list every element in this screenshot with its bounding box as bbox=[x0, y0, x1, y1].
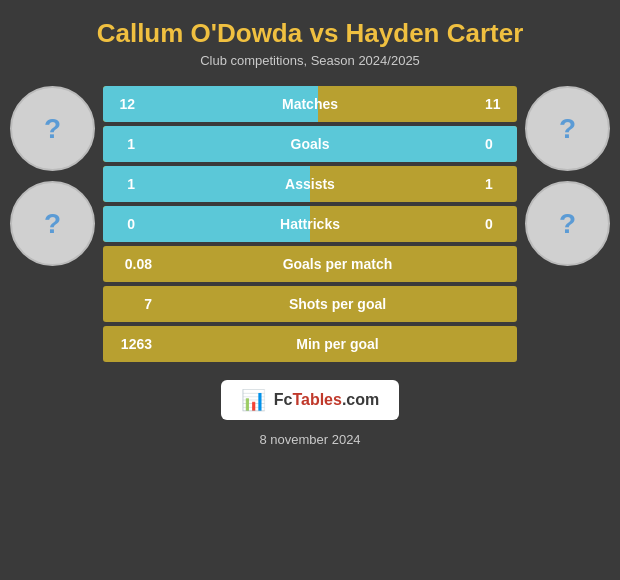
stat-right-val: 0 bbox=[479, 136, 517, 152]
stat-row-matches: 12Matches11 bbox=[103, 86, 517, 122]
stat-right-val: 1 bbox=[479, 176, 517, 192]
stat-label: Goals bbox=[141, 136, 479, 152]
stat-label: Matches bbox=[141, 96, 479, 112]
avatar-right-bottom: ? bbox=[525, 181, 610, 266]
stat-left-val: 12 bbox=[103, 96, 141, 112]
single-stat-left-val: 7 bbox=[103, 296, 158, 312]
avatar-left-bottom-icon: ? bbox=[44, 208, 61, 240]
stat-row-hattricks: 0Hattricks0 bbox=[103, 206, 517, 242]
date-text: 8 november 2024 bbox=[259, 432, 360, 447]
single-stat-label: Shots per goal bbox=[158, 296, 517, 312]
stat-right-val: 0 bbox=[479, 216, 517, 232]
stat-label: Assists bbox=[141, 176, 479, 192]
stat-left-val: 1 bbox=[103, 176, 141, 192]
page-title: Callum O'Dowda vs Hayden Carter bbox=[97, 18, 524, 49]
stat-row-assists: 1Assists1 bbox=[103, 166, 517, 202]
avatar-left-top: ? bbox=[10, 86, 95, 171]
page-container: Callum O'Dowda vs Hayden Carter Club com… bbox=[0, 0, 620, 580]
single-stat-left-val: 1263 bbox=[103, 336, 158, 352]
single-stat-label: Min per goal bbox=[158, 336, 517, 352]
fctables-badge: 📊 FcTables.com bbox=[221, 380, 400, 420]
avatar-left-top-icon: ? bbox=[44, 113, 61, 145]
avatar-right-top: ? bbox=[525, 86, 610, 171]
single-stat-left-val: 0.08 bbox=[103, 256, 158, 272]
single-stat-label: Goals per match bbox=[158, 256, 517, 272]
stat-left-val: 1 bbox=[103, 136, 141, 152]
avatar-left-bottom: ? bbox=[10, 181, 95, 266]
stat-label: Hattricks bbox=[141, 216, 479, 232]
right-avatars: ? ? bbox=[525, 86, 610, 266]
badge-text: FcTables.com bbox=[274, 391, 380, 409]
stat-row-goals: 1Goals0 bbox=[103, 126, 517, 162]
stat-left-val: 0 bbox=[103, 216, 141, 232]
single-stat-row-shots-per-goal: 7Shots per goal bbox=[103, 286, 517, 322]
chart-icon: 📊 bbox=[241, 388, 266, 412]
avatar-right-bottom-icon: ? bbox=[559, 208, 576, 240]
stats-area: 12Matches111Goals01Assists10Hattricks00.… bbox=[103, 86, 517, 362]
main-area: ? ? 12Matches111Goals01Assists10Hattrick… bbox=[0, 86, 620, 362]
single-stat-row-min-per-goal: 1263Min per goal bbox=[103, 326, 517, 362]
single-stat-row-goals-per-match: 0.08Goals per match bbox=[103, 246, 517, 282]
left-avatars: ? ? bbox=[10, 86, 95, 266]
stat-right-val: 11 bbox=[479, 96, 517, 112]
page-subtitle: Club competitions, Season 2024/2025 bbox=[200, 53, 420, 68]
avatar-right-top-icon: ? bbox=[559, 113, 576, 145]
